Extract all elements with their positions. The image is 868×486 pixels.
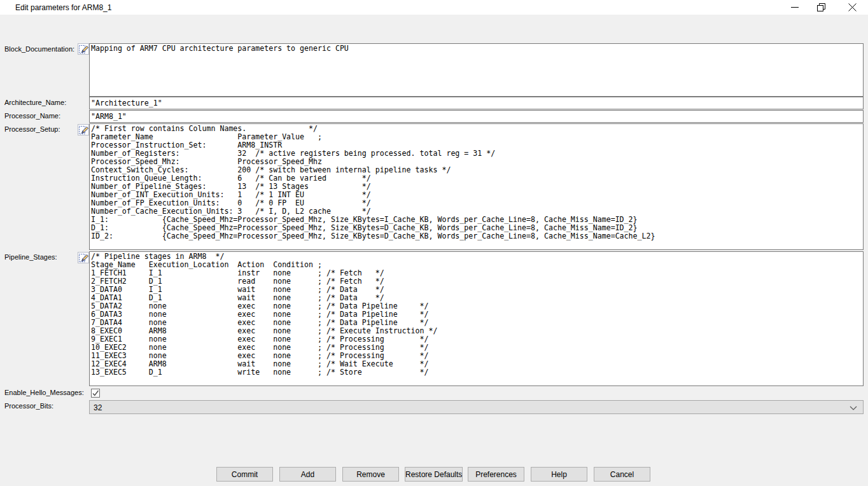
minimize-icon: [780, 0, 809, 15]
block-documentation-label: Block_Documentation:: [4, 45, 74, 53]
pipeline-stages-label: Pipeline_Stages:: [4, 253, 57, 261]
edit-icon: [78, 253, 89, 263]
architecture-name-input[interactable]: [89, 97, 864, 109]
cancel-button[interactable]: Cancel: [594, 467, 650, 482]
window-title: Edit parameters for ARM8_1: [15, 3, 111, 12]
restore-icon: [807, 0, 836, 15]
processor-setup-textarea[interactable]: /* First row contains Column Names. */ P…: [89, 123, 864, 250]
processor-setup-label: Processor_Setup:: [4, 125, 60, 133]
pipeline-stages-edit-button[interactable]: [78, 252, 89, 263]
edit-icon: [78, 125, 89, 135]
chevron-down-icon: [850, 406, 857, 410]
processor-bits-label: Processor_Bits:: [4, 402, 53, 410]
pipeline-stages-textarea[interactable]: /* Pipeline stages in ARM8 */ Stage_Name…: [89, 251, 864, 386]
processor-bits-value: 32: [94, 403, 102, 412]
help-button[interactable]: Help: [531, 467, 587, 482]
minimize-button[interactable]: [780, 0, 809, 15]
checkmark-icon: [92, 389, 99, 397]
enable-hello-messages-label: Enable_Hello_Messages:: [4, 389, 84, 396]
processor-name-input[interactable]: [89, 110, 864, 123]
close-button[interactable]: [838, 0, 867, 15]
enable-hello-messages-checkbox[interactable]: [91, 389, 100, 398]
restore-defaults-button[interactable]: Restore Defaults: [405, 467, 463, 482]
close-icon: [838, 0, 867, 15]
commit-button[interactable]: Commit: [216, 467, 273, 482]
processor-setup-edit-button[interactable]: [78, 124, 89, 135]
block-documentation-textarea[interactable]: Mapping of ARM7 CPU architecture paramet…: [89, 43, 864, 97]
processor-bits-dropdown[interactable]: 32: [89, 400, 864, 414]
title-bar: Edit parameters for ARM8_1: [0, 0, 868, 15]
maximize-restore-button[interactable]: [807, 0, 836, 15]
architecture-name-label: Architecture_Name:: [4, 99, 66, 106]
processor-name-label: Processor_Name:: [4, 112, 60, 120]
edit-icon: [78, 44, 89, 55]
preferences-button[interactable]: Preferences: [468, 467, 524, 482]
add-button[interactable]: Add: [279, 467, 336, 482]
block-documentation-edit-button[interactable]: [78, 43, 89, 55]
remove-button[interactable]: Remove: [342, 467, 399, 482]
